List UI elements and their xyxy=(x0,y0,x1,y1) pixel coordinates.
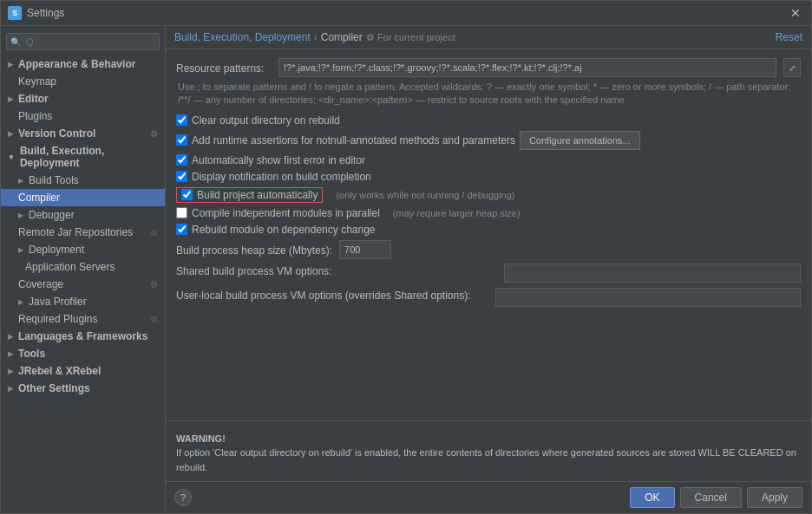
right-panel: Build, Execution, Deployment › Compiler … xyxy=(166,26,811,513)
help-button[interactable]: ? xyxy=(174,489,192,506)
chevron-right-icon: ▶ xyxy=(8,368,13,375)
sidebar-item-debugger[interactable]: ▶ Debugger xyxy=(1,206,165,224)
user-local-vm-input[interactable] xyxy=(495,288,801,307)
sidebar-label-debugger: Debugger xyxy=(29,209,75,221)
sidebar-label-keymap: Keymap xyxy=(18,75,56,88)
breadcrumb-separator: › xyxy=(314,31,318,43)
heap-size-input[interactable] xyxy=(339,240,391,259)
checkbox-display-notification: Display notification on build completion xyxy=(176,171,801,183)
sidebar-item-plugins[interactable]: Plugins xyxy=(1,107,165,125)
settings-icon: ⚙ xyxy=(150,280,158,290)
checkbox-clear-output: Clear output directory on rebuild xyxy=(176,114,801,127)
checkbox-display-notification-label[interactable]: Display notification on build completion xyxy=(192,171,371,183)
sidebar-label-plugins: Plugins xyxy=(18,110,52,122)
sidebar-item-languages[interactable]: ▶ Languages & Frameworks xyxy=(1,328,165,345)
checkbox-show-error-label[interactable]: Automatically show first error in editor xyxy=(192,154,365,166)
breadcrumb-current: Compiler xyxy=(321,31,363,43)
sidebar: 🔍 ▶ Appearance & Behavior Keymap ▶ Edito… xyxy=(1,26,166,513)
sidebar-label-app-servers: Application Servers xyxy=(25,261,115,273)
checkbox-add-runtime: Add runtime assertions for notnull-annot… xyxy=(176,131,801,150)
checkbox-compile-independent-row: Compile independent modules in parallel … xyxy=(176,207,801,219)
resource-patterns-input[interactable] xyxy=(278,58,776,77)
warning-section: WARNING! If option 'Clear output directo… xyxy=(166,420,811,482)
breadcrumb-subtitle: ⚙ For current project xyxy=(366,32,455,43)
checkbox-clear-output-input[interactable] xyxy=(176,114,187,126)
configure-annotations-button[interactable]: Configure annotations... xyxy=(520,131,640,150)
ok-button[interactable]: OK xyxy=(630,487,674,508)
breadcrumb-bar: Build, Execution, Deployment › Compiler … xyxy=(166,26,811,49)
window-title: Settings xyxy=(27,7,64,19)
sidebar-item-build-tools[interactable]: ▶ Build Tools xyxy=(1,172,165,189)
sidebar-label-other: Other Settings xyxy=(18,382,90,394)
settings-icon: ⚙ xyxy=(150,228,158,237)
checkbox-build-auto-label[interactable]: Build project automatically xyxy=(197,189,318,201)
checkbox-show-error: Automatically show first error in editor xyxy=(176,154,801,166)
sidebar-item-tools[interactable]: ▶ Tools xyxy=(1,345,165,362)
checkbox-compile-independent-label[interactable]: Compile independent modules in parallel xyxy=(192,207,380,219)
sidebar-label-coverage: Coverage xyxy=(18,278,63,290)
reset-link[interactable]: Reset xyxy=(776,31,802,43)
sidebar-item-coverage[interactable]: Coverage ⚙ xyxy=(1,276,165,293)
search-input[interactable] xyxy=(6,33,160,50)
checkbox-build-auto-row: Build project automatically (only works … xyxy=(176,187,801,203)
bottom-buttons: ? OK Cancel Apply xyxy=(166,481,811,513)
checkbox-add-runtime-label[interactable]: Add runtime assertions for notnull-annot… xyxy=(192,134,515,146)
sidebar-label-editor: Editor xyxy=(18,93,49,105)
sidebar-item-java-profiler[interactable]: ▶ Java Profiler xyxy=(1,293,165,310)
checkbox-show-error-input[interactable] xyxy=(176,154,187,166)
sidebar-label-compiler: Compiler xyxy=(18,192,60,204)
checkbox-rebuild-module: Rebuild module on dependency change xyxy=(176,224,801,236)
sidebar-item-required-plugins[interactable]: Required Plugins ⚙ xyxy=(1,310,165,328)
chevron-right-icon: ▶ xyxy=(18,298,23,306)
apply-button[interactable]: Apply xyxy=(747,487,802,508)
breadcrumb-parent[interactable]: Build, Execution, Deployment xyxy=(174,31,311,43)
sidebar-item-jrebel[interactable]: ▶ JRebel & XRebel xyxy=(1,362,165,380)
cancel-button[interactable]: Cancel xyxy=(680,487,742,508)
chevron-right-icon: ▶ xyxy=(8,333,13,341)
warning-title: WARNING! xyxy=(176,433,226,444)
sidebar-item-editor[interactable]: ▶ Editor xyxy=(1,90,165,107)
checkbox-rebuild-module-label[interactable]: Rebuild module on dependency change xyxy=(192,224,376,236)
search-box[interactable]: 🔍 xyxy=(6,33,160,50)
chevron-right-icon: ▶ xyxy=(8,130,13,138)
close-button[interactable]: ✕ xyxy=(787,6,804,20)
checkbox-build-auto-input[interactable] xyxy=(181,189,193,200)
chevron-right-icon: ▶ xyxy=(8,61,13,68)
checkbox-rebuild-module-input[interactable] xyxy=(176,224,187,235)
sidebar-item-other[interactable]: ▶ Other Settings xyxy=(1,380,165,397)
sidebar-item-appearance[interactable]: ▶ Appearance & Behavior xyxy=(1,55,165,73)
shared-vm-input[interactable] xyxy=(504,264,801,283)
chevron-right-icon: ▶ xyxy=(18,211,23,219)
chevron-right-icon: ▶ xyxy=(18,177,23,185)
heap-size-row: Build process heap size (Mbytes): xyxy=(176,240,801,259)
search-icon: 🔍 xyxy=(10,37,21,47)
heap-size-label: Build process heap size (Mbytes): xyxy=(176,243,332,257)
sidebar-item-build-execution[interactable]: ▼ Build, Execution, Deployment xyxy=(1,142,165,172)
sidebar-item-app-servers[interactable]: Application Servers xyxy=(1,258,165,276)
build-auto-highlight: Build project automatically xyxy=(176,187,323,203)
sidebar-item-compiler[interactable]: Compiler xyxy=(1,189,165,206)
checkbox-compile-independent-input[interactable] xyxy=(176,207,187,218)
sidebar-label-required-plugins: Required Plugins xyxy=(18,313,97,325)
app-icon: S xyxy=(8,6,22,20)
sidebar-label-build-tools: Build Tools xyxy=(29,174,79,186)
chevron-down-icon: ▼ xyxy=(8,153,15,161)
sidebar-label-languages: Languages & Frameworks xyxy=(18,330,147,342)
title-bar-left: S Settings xyxy=(8,6,64,20)
sidebar-item-remote-jar[interactable]: Remote Jar Repositories ⚙ xyxy=(1,224,165,241)
chevron-right-icon: ▶ xyxy=(8,385,13,393)
resource-patterns-row: Resource patterns: ⤢ xyxy=(176,58,801,77)
chevron-right-icon: ▶ xyxy=(8,95,13,103)
expand-button[interactable]: ⤢ xyxy=(783,58,801,77)
settings-icon: ⚙ xyxy=(150,315,158,324)
sidebar-item-version-control[interactable]: ▶ Version Control ⚙ xyxy=(1,125,165,142)
checkbox-clear-output-label[interactable]: Clear output directory on rebuild xyxy=(192,114,340,127)
sidebar-item-deployment[interactable]: ▶ Deployment xyxy=(1,241,165,258)
checkbox-add-runtime-input[interactable] xyxy=(176,134,187,146)
sidebar-label-appearance: Appearance & Behavior xyxy=(18,58,135,70)
sidebar-item-keymap[interactable]: Keymap xyxy=(1,73,165,90)
panel-content: Resource patterns: ⤢ Use ; to separate p… xyxy=(166,49,811,420)
user-local-vm-row: User-local build process VM options (ove… xyxy=(176,288,801,307)
checkbox-display-notification-input[interactable] xyxy=(176,171,187,182)
shared-vm-row: Shared build process VM options: xyxy=(176,264,801,283)
